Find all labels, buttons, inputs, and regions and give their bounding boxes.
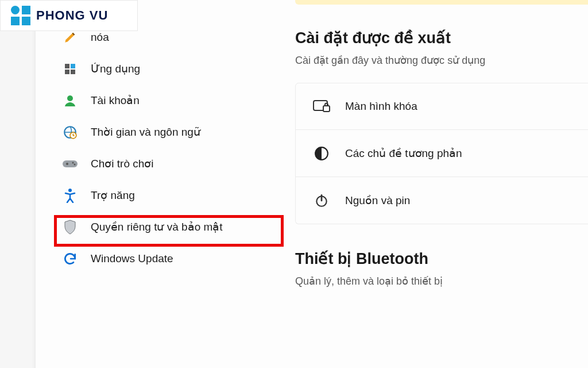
accessibility-icon bbox=[62, 187, 78, 204]
sidebar-label: Windows Update bbox=[91, 252, 173, 265]
sidebar-label: nóa bbox=[91, 31, 109, 44]
sidebar-item-windows-update[interactable]: Windows Update bbox=[55, 243, 274, 274]
gamepad-icon bbox=[62, 156, 78, 172]
svg-rect-3 bbox=[65, 70, 69, 74]
paint-icon bbox=[62, 29, 78, 45]
svg-point-10 bbox=[72, 162, 74, 163]
settings-window: nternet nóa Ứng dụng Tài khoản Thời gian bbox=[36, 0, 588, 368]
lock-screen-icon bbox=[313, 98, 330, 115]
svg-rect-2 bbox=[71, 64, 75, 68]
recommended-title: Cài đặt được đề xuất bbox=[295, 29, 588, 47]
sidebar-nav: nternet nóa Ứng dụng Tài khoản Thời gian bbox=[36, 0, 274, 368]
svg-point-9 bbox=[66, 163, 68, 165]
sidebar-item-accounts[interactable]: Tài khoản bbox=[55, 85, 274, 116]
sidebar-label: Ứng dụng bbox=[91, 62, 140, 75]
rec-item-label: Các chủ đề tương phản bbox=[345, 147, 462, 160]
power-icon bbox=[313, 192, 330, 209]
rec-item-label: Nguồn và pin bbox=[345, 194, 410, 207]
rec-item-label: Màn hình khóa bbox=[345, 100, 417, 113]
sidebar-label: Thời gian và ngôn ngữ bbox=[91, 125, 200, 139]
svg-point-11 bbox=[74, 163, 76, 165]
sidebar-label: Trợ năng bbox=[91, 189, 135, 202]
sidebar-item-time-language[interactable]: Thời gian và ngôn ngữ bbox=[55, 116, 274, 148]
brand-logo: PHONG VU bbox=[0, 0, 138, 31]
recommended-subtitle: Cài đặt gần đây và thường được sử dụng bbox=[295, 54, 588, 67]
rec-item-power-battery[interactable]: Nguồn và pin bbox=[295, 177, 588, 224]
notice-banner[interactable] bbox=[295, 0, 588, 5]
recommended-list: Màn hình khóa Các chủ đề tương phản Nguồ… bbox=[295, 83, 588, 224]
brand-logo-text: PHONG VU bbox=[36, 8, 108, 23]
svg-rect-14 bbox=[323, 106, 330, 112]
sidebar-label: Tài khoản bbox=[91, 94, 140, 107]
sidebar-item-privacy-security[interactable]: Quyền riêng tư và bảo mật bbox=[55, 211, 274, 243]
sidebar-label: Quyền riêng tư và bảo mật bbox=[91, 220, 223, 233]
svg-point-5 bbox=[67, 95, 73, 101]
svg-rect-4 bbox=[71, 70, 75, 74]
globe-clock-icon bbox=[62, 124, 78, 140]
sidebar-label: Chơi trò chơi bbox=[91, 157, 154, 170]
rec-item-contrast-themes[interactable]: Các chủ đề tương phản bbox=[295, 130, 588, 177]
sidebar-item-gaming[interactable]: Chơi trò chơi bbox=[55, 148, 274, 179]
bluetooth-subtitle: Quản lý, thêm và loại bỏ thiết bị bbox=[295, 275, 588, 288]
rec-item-lock-screen[interactable]: Màn hình khóa bbox=[295, 83, 588, 130]
bluetooth-title: Thiết bị Bluetooth bbox=[295, 250, 588, 268]
sidebar-item-accessibility[interactable]: Trợ năng bbox=[55, 179, 274, 211]
svg-point-12 bbox=[68, 189, 72, 192]
main-content: Cài đặt được đề xuất Cài đặt gần đây và … bbox=[274, 0, 588, 368]
shield-icon bbox=[62, 219, 78, 235]
brand-logo-mark bbox=[11, 6, 30, 25]
svg-rect-1 bbox=[65, 64, 69, 68]
update-icon bbox=[62, 251, 78, 267]
sidebar-item-apps[interactable]: Ứng dụng bbox=[55, 53, 274, 85]
apps-icon bbox=[62, 61, 78, 77]
person-icon bbox=[62, 93, 78, 109]
contrast-icon bbox=[313, 145, 330, 162]
